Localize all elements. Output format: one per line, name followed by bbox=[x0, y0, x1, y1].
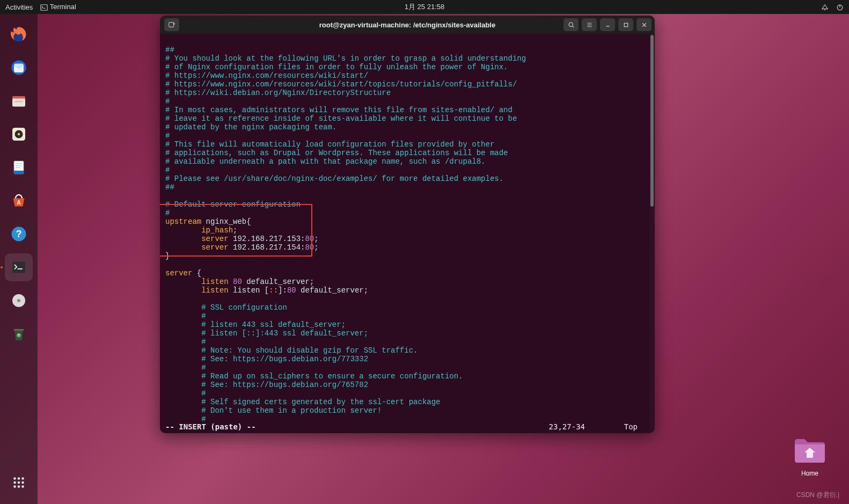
minimize-icon bbox=[604, 21, 611, 28]
svg-rect-34 bbox=[169, 23, 174, 27]
svg-text:?: ? bbox=[16, 229, 22, 239]
comment-line: ## bbox=[165, 46, 174, 54]
svg-point-26 bbox=[18, 477, 20, 480]
comment-line: # bbox=[165, 363, 206, 372]
vim-status-line: -- INSERT (paste) -- 23,27-34 Top bbox=[165, 422, 649, 431]
comment-line: # available underneath a path with that … bbox=[165, 157, 486, 166]
dock-rhythmbox[interactable] bbox=[5, 120, 33, 148]
comment-line: # See: https://bugs.debian.org/773332 bbox=[165, 355, 368, 363]
svg-rect-43 bbox=[624, 23, 628, 27]
terminal-body[interactable]: ## # You should look at the following UR… bbox=[160, 34, 655, 433]
search-icon bbox=[568, 21, 575, 28]
dock-disc[interactable] bbox=[5, 287, 33, 315]
comment-line: # bbox=[165, 97, 170, 106]
dock-thunderbird[interactable] bbox=[5, 54, 33, 82]
vim-mode: -- INSERT (paste) -- bbox=[165, 422, 256, 431]
comment-line: # You should look at the following URL's… bbox=[165, 54, 526, 63]
svg-text:A: A bbox=[17, 199, 21, 206]
svg-point-37 bbox=[569, 23, 573, 26]
comment-line: # bbox=[165, 312, 206, 320]
comment-line: # In most cases, administrators will rem… bbox=[165, 106, 513, 114]
comment-line: # Note: You should disable gzip for SSL … bbox=[165, 346, 418, 355]
dock-help[interactable]: ? bbox=[5, 220, 33, 248]
clock[interactable]: 1月 25 21:58 bbox=[405, 2, 444, 12]
app-menu-label: Terminal bbox=[50, 3, 76, 11]
power-icon[interactable] bbox=[836, 3, 844, 11]
svg-rect-8 bbox=[15, 101, 23, 102]
dock-terminal[interactable] bbox=[5, 253, 33, 281]
dock: A ? bbox=[0, 14, 38, 504]
comment-line: # bbox=[165, 389, 206, 398]
comment-line: # updated by the nginx packaging team. bbox=[165, 123, 336, 132]
terminal-icon bbox=[40, 4, 48, 11]
terminal-scrollbar[interactable] bbox=[649, 34, 655, 433]
svg-point-27 bbox=[21, 477, 24, 480]
desktop-home-folder[interactable]: Home bbox=[787, 436, 833, 477]
comment-line: # bbox=[165, 166, 170, 174]
svg-point-25 bbox=[13, 477, 16, 480]
minimize-button[interactable] bbox=[600, 18, 615, 31]
comment-line: # bbox=[165, 338, 206, 346]
close-icon bbox=[641, 21, 648, 28]
desktop-home-label: Home bbox=[787, 470, 833, 477]
comment-line: # listen 443 ssl default_server; bbox=[165, 320, 346, 329]
comment-line: # See: https://bugs.debian.org/765782 bbox=[165, 381, 368, 389]
svg-point-11 bbox=[18, 133, 20, 136]
activities-button[interactable]: Activities bbox=[5, 3, 33, 11]
dock-files[interactable] bbox=[5, 87, 33, 115]
maximize-icon bbox=[623, 21, 630, 28]
menu-button[interactable] bbox=[582, 18, 597, 31]
comment-line: # applications, such as Drupal or Wordpr… bbox=[165, 149, 508, 157]
comment-line: # Read up on ssl_ciphers to ensure a sec… bbox=[165, 372, 463, 381]
comment-line: # listen [::]:443 ssl default_server; bbox=[165, 329, 368, 338]
comment-line: # of Nginx configuration files in order … bbox=[165, 63, 508, 71]
comment-line: # bbox=[165, 132, 170, 140]
terminal-window: root@zyan-virtual-machine: /etc/nginx/si… bbox=[160, 16, 655, 433]
comment-line: # SSL configuration bbox=[165, 303, 287, 312]
server-open: server { bbox=[165, 269, 201, 277]
svg-rect-23 bbox=[14, 329, 24, 331]
svg-rect-7 bbox=[12, 99, 25, 107]
svg-point-28 bbox=[13, 481, 16, 484]
dock-firefox[interactable] bbox=[5, 20, 33, 48]
folder-icon bbox=[793, 436, 827, 465]
comment-line: # leave it as reference inside of sites-… bbox=[165, 114, 517, 123]
svg-rect-0 bbox=[41, 5, 47, 11]
vim-location: Top bbox=[624, 422, 638, 431]
highlight-box bbox=[160, 204, 312, 257]
comment-line: # Self signed certs generated by the ssl… bbox=[165, 398, 440, 406]
dock-apps[interactable] bbox=[5, 469, 33, 496]
svg-point-1 bbox=[824, 9, 825, 10]
terminal-title: root@zyan-virtual-machine: /etc/nginx/si… bbox=[319, 21, 495, 29]
watermark: CSDN @君衍.| bbox=[796, 491, 839, 500]
dock-software[interactable]: A bbox=[5, 187, 33, 215]
terminal-titlebar: root@zyan-virtual-machine: /etc/nginx/si… bbox=[160, 16, 655, 34]
comment-line: # https://wiki.debian.org/Nginx/Director… bbox=[165, 89, 391, 97]
listen-line: listen 80 default_server; bbox=[165, 277, 314, 286]
network-icon[interactable] bbox=[821, 3, 829, 11]
svg-point-32 bbox=[18, 485, 20, 488]
dock-writer[interactable] bbox=[5, 154, 33, 181]
comment-line: # This file will automatically load conf… bbox=[165, 140, 494, 149]
svg-point-31 bbox=[13, 485, 16, 488]
close-button[interactable] bbox=[636, 18, 652, 31]
comment-line: # Don't use them in a production server! bbox=[165, 406, 382, 415]
svg-rect-20 bbox=[12, 262, 25, 273]
new-tab-icon bbox=[168, 21, 175, 28]
listen6-line: listen listen [::]:80 default_server; bbox=[165, 286, 368, 295]
new-tab-button[interactable] bbox=[164, 18, 179, 31]
vim-position: 23,27-34 bbox=[549, 422, 585, 431]
svg-line-38 bbox=[572, 26, 573, 27]
app-menu[interactable]: Terminal bbox=[40, 3, 76, 11]
search-button[interactable] bbox=[563, 18, 579, 31]
maximize-button[interactable] bbox=[618, 18, 633, 31]
svg-point-29 bbox=[18, 481, 20, 484]
top-panel: Activities Terminal 1月 25 21:58 bbox=[0, 0, 849, 14]
svg-rect-13 bbox=[14, 171, 24, 174]
comment-line: # Please see /usr/share/doc/nginx-doc/ex… bbox=[165, 174, 503, 183]
comment-line: # https://www.nginx.com/resources/wiki/s… bbox=[165, 80, 517, 89]
scrollbar-thumb[interactable] bbox=[650, 35, 654, 207]
svg-point-33 bbox=[21, 485, 24, 488]
dock-trash[interactable] bbox=[5, 320, 33, 348]
svg-point-22 bbox=[17, 299, 20, 302]
